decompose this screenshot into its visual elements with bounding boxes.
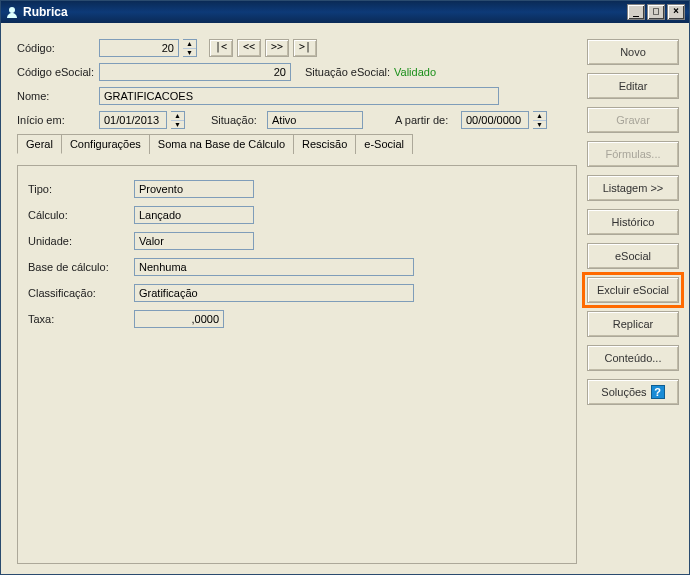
close-button[interactable]: × xyxy=(667,4,685,20)
a-partir-label: A partir de: xyxy=(395,114,457,126)
codigo-esocial-field[interactable]: 20 xyxy=(99,63,291,81)
historico-button[interactable]: Histórico xyxy=(587,209,679,235)
tab-strip: Geral Configurações Soma na Base de Cálc… xyxy=(17,134,577,154)
formulas-button: Fórmulas... xyxy=(587,141,679,167)
situacao-label: Situação: xyxy=(211,114,263,126)
rubrica-window: Rubrica _ □ × Código: 20 ▲ ▼ |< << >> >| xyxy=(0,0,690,575)
situacao-esocial-label: Situação eSocial: xyxy=(305,66,390,78)
class-field[interactable]: Gratificação xyxy=(134,284,414,302)
tab-rescisao[interactable]: Rescisão xyxy=(293,134,356,154)
minimize-button[interactable]: _ xyxy=(627,4,645,20)
side-button-column: Novo Editar Gravar Fórmulas... Listagem … xyxy=(587,39,679,564)
inicio-field[interactable]: 01/01/2013 xyxy=(99,111,167,129)
tipo-field[interactable]: Provento xyxy=(134,180,254,198)
help-icon: ? xyxy=(651,385,665,399)
inicio-spinner[interactable]: ▲ ▼ xyxy=(171,111,185,129)
unidade-field[interactable]: Valor xyxy=(134,232,254,250)
taxa-field[interactable]: ,0000 xyxy=(134,310,224,328)
app-icon xyxy=(5,5,19,19)
codigo-spinner[interactable]: ▲ ▼ xyxy=(183,39,197,57)
replicar-button[interactable]: Replicar xyxy=(587,311,679,337)
calculo-field[interactable]: Lançado xyxy=(134,206,254,224)
nav-last-button[interactable]: >| xyxy=(293,39,317,57)
conteudo-button[interactable]: Conteúdo... xyxy=(587,345,679,371)
spin-up-icon[interactable]: ▲ xyxy=(171,112,184,121)
maximize-button[interactable]: □ xyxy=(647,4,665,20)
inicio-label: Início em: xyxy=(17,114,95,126)
nome-label: Nome: xyxy=(17,90,95,102)
novo-button[interactable]: Novo xyxy=(587,39,679,65)
editar-button[interactable]: Editar xyxy=(587,73,679,99)
base-label: Base de cálculo: xyxy=(28,261,128,273)
esocial-button[interactable]: eSocial xyxy=(587,243,679,269)
nav-next-button[interactable]: >> xyxy=(265,39,289,57)
tipo-label: Tipo: xyxy=(28,183,128,195)
tab-esocial[interactable]: e-Social xyxy=(355,134,413,154)
solucoes-button[interactable]: Soluções ? xyxy=(587,379,679,405)
spin-up-icon[interactable]: ▲ xyxy=(183,40,196,49)
codigo-label: Código: xyxy=(17,42,95,54)
solucoes-label: Soluções xyxy=(601,386,646,398)
spin-down-icon[interactable]: ▼ xyxy=(171,121,184,129)
spin-down-icon[interactable]: ▼ xyxy=(183,49,196,57)
gravar-button: Gravar xyxy=(587,107,679,133)
codigo-field[interactable]: 20 xyxy=(99,39,179,57)
tab-soma-base[interactable]: Soma na Base de Cálculo xyxy=(149,134,294,154)
taxa-label: Taxa: xyxy=(28,313,128,325)
a-partir-spinner[interactable]: ▲ ▼ xyxy=(533,111,547,129)
situacao-esocial-value: Validado xyxy=(394,66,436,78)
a-partir-field[interactable]: 00/00/0000 xyxy=(461,111,529,129)
panel-geral: Tipo: Provento Cálculo: Lançado Unidade:… xyxy=(18,166,576,563)
tabs-container: Tipo: Provento Cálculo: Lançado Unidade:… xyxy=(17,165,577,564)
tab-geral[interactable]: Geral xyxy=(17,134,62,154)
excluir-esocial-button[interactable]: Excluir eSocial xyxy=(587,277,679,303)
nav-prev-button[interactable]: << xyxy=(237,39,261,57)
class-label: Classificação: xyxy=(28,287,128,299)
nome-field[interactable]: GRATIFICACOES xyxy=(99,87,499,105)
spin-up-icon[interactable]: ▲ xyxy=(533,112,546,121)
tab-configuracoes[interactable]: Configurações xyxy=(61,134,150,154)
titlebar[interactable]: Rubrica _ □ × xyxy=(1,1,689,23)
listagem-button[interactable]: Listagem >> xyxy=(587,175,679,201)
codigo-esocial-label: Código eSocial: xyxy=(17,66,95,78)
window-title: Rubrica xyxy=(23,5,627,19)
situacao-field[interactable]: Ativo xyxy=(267,111,363,129)
unidade-label: Unidade: xyxy=(28,235,128,247)
base-field[interactable]: Nenhuma xyxy=(134,258,414,276)
calculo-label: Cálculo: xyxy=(28,209,128,221)
spin-down-icon[interactable]: ▼ xyxy=(533,121,546,129)
nav-first-button[interactable]: |< xyxy=(209,39,233,57)
svg-point-0 xyxy=(9,7,15,13)
